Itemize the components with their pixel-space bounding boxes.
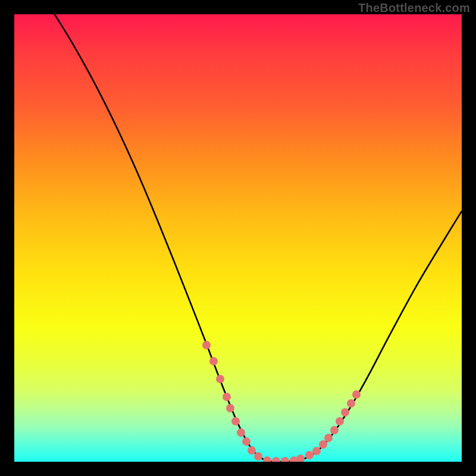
data-dot (254, 452, 262, 461)
data-dot (296, 455, 305, 462)
data-dot (324, 434, 333, 442)
watermark-text: TheBottleneck.com (358, 1, 470, 15)
data-dot (209, 357, 218, 365)
plot-area (14, 14, 462, 462)
data-dot (216, 375, 224, 383)
data-dot (312, 447, 321, 455)
data-dot (330, 426, 339, 434)
data-dot (226, 404, 234, 412)
data-dot (336, 417, 344, 425)
bottleneck-curve (14, 14, 462, 462)
data-dot (242, 437, 250, 446)
data-dot (263, 456, 271, 462)
data-dot (272, 457, 280, 462)
data-dot (281, 457, 289, 462)
bottleneck-chart: TheBottleneck.com (0, 0, 476, 476)
